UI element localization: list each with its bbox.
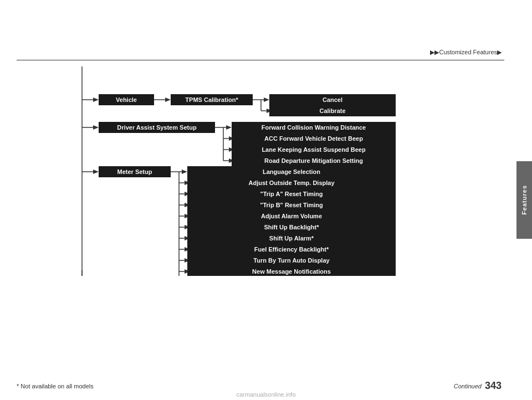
breadcrumb: ▶▶Customized Features▶ xyxy=(430,49,502,56)
sidebar-label: Features xyxy=(521,185,528,215)
footer: * Not available on all models Continued … xyxy=(17,380,502,392)
svg-text:Road Departure Mitigation Sett: Road Departure Mitigation Setting xyxy=(264,157,363,164)
svg-text:Adjust Alarm Volume: Adjust Alarm Volume xyxy=(261,213,322,219)
svg-marker-6 xyxy=(165,98,171,102)
footer-note: * Not available on all models xyxy=(17,383,94,389)
footer-right: Continued 343 xyxy=(454,380,502,392)
svg-text:Adjust Outside Temp. Display: Adjust Outside Temp. Display xyxy=(248,180,335,186)
svg-text:Fuel Efficiency Backlight*: Fuel Efficiency Backlight* xyxy=(254,246,329,253)
svg-marker-10 xyxy=(264,98,269,102)
watermark: carmanualsonline.info xyxy=(0,391,532,400)
right-sidebar: Features xyxy=(508,0,532,400)
svg-text:Cancel: Cancel xyxy=(323,96,342,103)
svg-text:"Trip A" Reset Timing: "Trip A" Reset Timing xyxy=(260,191,323,197)
svg-text:Language Selection: Language Selection xyxy=(263,168,320,175)
svg-text:Turn By Turn Auto Display: Turn By Turn Auto Display xyxy=(253,257,330,264)
diagram-svg: Vehicle TPMS Calibration* Cancel Calibra… xyxy=(55,65,488,276)
svg-text:Calibrate: Calibrate xyxy=(319,107,345,114)
svg-text:Shift Up Backlight*: Shift Up Backlight* xyxy=(264,224,319,230)
svg-text:Vehicle: Vehicle xyxy=(116,96,137,103)
svg-text:Forward Collision Warning Dist: Forward Collision Warning Distance xyxy=(262,124,366,131)
svg-text:ACC Forward Vehicle Detect Bee: ACC Forward Vehicle Detect Beep xyxy=(264,135,363,142)
header: ▶▶Customized Features▶ xyxy=(0,0,532,61)
svg-marker-46 xyxy=(182,170,187,174)
svg-marker-42 xyxy=(93,170,99,174)
header-divider xyxy=(17,60,504,60)
svg-marker-19 xyxy=(93,125,99,130)
footer-page: 343 xyxy=(485,380,502,392)
footer-continued: Continued xyxy=(454,383,482,389)
svg-text:Meter Setup: Meter Setup xyxy=(117,168,152,175)
svg-text:TPMS Calibration*: TPMS Calibration* xyxy=(185,96,238,103)
svg-text:Driver Assist System Setup: Driver Assist System Setup xyxy=(117,124,197,131)
svg-text:"Trip B" Reset Timing: "Trip B" Reset Timing xyxy=(260,202,323,208)
sidebar-tab-features: Features xyxy=(516,161,532,239)
svg-text:New Message Notifications: New Message Notifications xyxy=(252,268,331,275)
svg-marker-23 xyxy=(226,125,232,130)
svg-marker-2 xyxy=(93,98,99,102)
svg-text:Shift Up Alarm*: Shift Up Alarm* xyxy=(269,235,314,242)
svg-text:Lane Keeping Assist Suspend Be: Lane Keeping Assist Suspend Beep xyxy=(262,146,366,153)
